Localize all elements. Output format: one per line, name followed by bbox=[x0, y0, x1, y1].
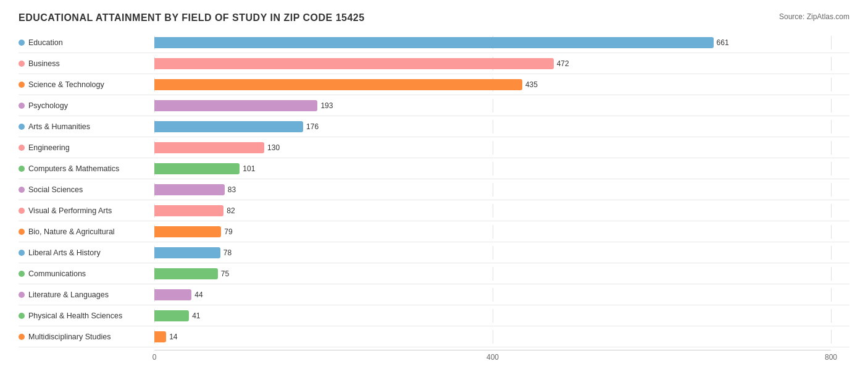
label-dot bbox=[19, 334, 25, 340]
bar-label-text: Engineering bbox=[28, 143, 70, 152]
bar-label-text: Computers & Mathematics bbox=[28, 164, 119, 173]
bar-label: Science & Technology bbox=[19, 80, 154, 89]
bar-container: 41 bbox=[154, 309, 849, 323]
bar: 82 bbox=[154, 205, 223, 216]
bar: 193 bbox=[154, 100, 317, 111]
bar: 41 bbox=[154, 310, 189, 321]
label-dot bbox=[19, 124, 25, 130]
x-tick: 800 bbox=[825, 353, 837, 362]
bar-container: 14 bbox=[154, 330, 849, 344]
bar-label-text: Social Sciences bbox=[28, 185, 83, 194]
bar-row: Computers & Mathematics101 bbox=[19, 158, 849, 179]
bar-value: 130 bbox=[267, 143, 280, 152]
label-dot bbox=[19, 103, 25, 109]
bar-container: 79 bbox=[154, 225, 849, 239]
bar: 44 bbox=[154, 289, 191, 300]
bar-row: Bio, Nature & Agricultural79 bbox=[19, 221, 849, 242]
bar-container: 78 bbox=[154, 246, 849, 260]
bar-label: Liberal Arts & History bbox=[19, 248, 154, 257]
bar-value: 78 bbox=[223, 248, 232, 257]
label-dot bbox=[19, 313, 25, 319]
bar-label-text: Literature & Languages bbox=[28, 290, 109, 299]
bar-container: 75 bbox=[154, 267, 849, 281]
bar: 661 bbox=[154, 37, 714, 48]
label-dot bbox=[19, 61, 25, 67]
bar-label-text: Liberal Arts & History bbox=[28, 248, 101, 257]
bar: 435 bbox=[154, 79, 522, 90]
bar: 83 bbox=[154, 184, 225, 195]
bar-value: 176 bbox=[306, 122, 319, 131]
bar-container: 44 bbox=[154, 288, 849, 302]
bar-label: Multidisciplinary Studies bbox=[19, 333, 154, 341]
bar: 79 bbox=[154, 226, 221, 237]
bar-row: Psychology193 bbox=[19, 95, 849, 116]
source-label: Source: ZipAtlas.com bbox=[779, 12, 849, 21]
bar-label: Arts & Humanities bbox=[19, 122, 154, 131]
bar-container: 101 bbox=[154, 162, 849, 176]
bar-value: 472 bbox=[557, 59, 569, 68]
bar-row: Business472 bbox=[19, 53, 849, 74]
bar-label-text: Physical & Health Sciences bbox=[28, 312, 122, 320]
bar-row: Literature & Languages44 bbox=[19, 284, 849, 305]
bar-label-text: Business bbox=[28, 59, 60, 68]
bar-label: Business bbox=[19, 59, 154, 68]
label-dot bbox=[19, 292, 25, 298]
label-dot bbox=[19, 229, 25, 235]
bar-value: 79 bbox=[224, 227, 232, 236]
label-dot bbox=[19, 82, 25, 88]
chart-title: EDUCATIONAL ATTAINMENT BY FIELD OF STUDY… bbox=[19, 12, 365, 23]
bar-label: Education bbox=[19, 38, 154, 47]
bars-area: Education661Business472Science & Technol… bbox=[19, 32, 849, 347]
bar-row: Engineering130 bbox=[19, 137, 849, 158]
bar-value: 75 bbox=[221, 269, 229, 278]
bar-label: Physical & Health Sciences bbox=[19, 312, 154, 320]
bar-container: 472 bbox=[154, 57, 849, 70]
bar-value: 435 bbox=[525, 80, 538, 89]
bar: 78 bbox=[154, 247, 220, 258]
label-dot bbox=[19, 187, 25, 193]
chart-wrapper: Education661Business472Science & Technol… bbox=[19, 32, 849, 365]
bar-label-text: Communications bbox=[28, 269, 86, 278]
bar-label: Bio, Nature & Agricultural bbox=[19, 227, 154, 236]
bar-row: Communications75 bbox=[19, 263, 849, 284]
bar-row: Multidisciplinary Studies14 bbox=[19, 326, 849, 347]
label-dot bbox=[19, 208, 25, 214]
bar-container: 435 bbox=[154, 78, 849, 91]
bar: 101 bbox=[154, 163, 240, 174]
bar-container: 130 bbox=[154, 141, 849, 155]
bar-value: 661 bbox=[717, 38, 729, 47]
bar-row: Education661 bbox=[19, 32, 849, 53]
bar: 75 bbox=[154, 268, 218, 279]
label-dot bbox=[19, 166, 25, 172]
chart-container: EDUCATIONAL ATTAINMENT BY FIELD OF STUDY… bbox=[19, 12, 849, 365]
bar-label-text: Arts & Humanities bbox=[28, 122, 90, 131]
bar-label: Visual & Performing Arts bbox=[19, 206, 154, 215]
bar-label: Communications bbox=[19, 269, 154, 278]
x-tick: 0 bbox=[152, 353, 157, 362]
bar-label-text: Visual & Performing Arts bbox=[28, 206, 112, 215]
bar-value: 101 bbox=[243, 164, 255, 173]
bar-row: Arts & Humanities176 bbox=[19, 116, 849, 137]
bar-value: 44 bbox=[194, 290, 202, 299]
bar-label-text: Psychology bbox=[28, 101, 68, 110]
bar-container: 82 bbox=[154, 204, 849, 218]
bar-value: 14 bbox=[169, 333, 177, 341]
bar-value: 193 bbox=[320, 101, 333, 110]
bar: 176 bbox=[154, 121, 303, 132]
bar-label: Literature & Languages bbox=[19, 290, 154, 299]
bar-container: 193 bbox=[154, 99, 849, 112]
bar-value: 83 bbox=[228, 185, 236, 194]
bar-row: Visual & Performing Arts82 bbox=[19, 200, 849, 221]
bar-container: 83 bbox=[154, 183, 849, 197]
bar-row: Liberal Arts & History78 bbox=[19, 242, 849, 263]
bar-label: Engineering bbox=[19, 143, 154, 152]
bar-container: 176 bbox=[154, 120, 849, 134]
bar: 14 bbox=[154, 331, 166, 342]
x-tick: 400 bbox=[486, 353, 499, 362]
bar-row: Science & Technology435 bbox=[19, 74, 849, 95]
label-dot bbox=[19, 250, 25, 256]
bar-label-text: Bio, Nature & Agricultural bbox=[28, 227, 115, 236]
bar-label-text: Education bbox=[28, 38, 63, 47]
bar-row: Social Sciences83 bbox=[19, 179, 849, 200]
bar-label-text: Science & Technology bbox=[28, 80, 104, 89]
